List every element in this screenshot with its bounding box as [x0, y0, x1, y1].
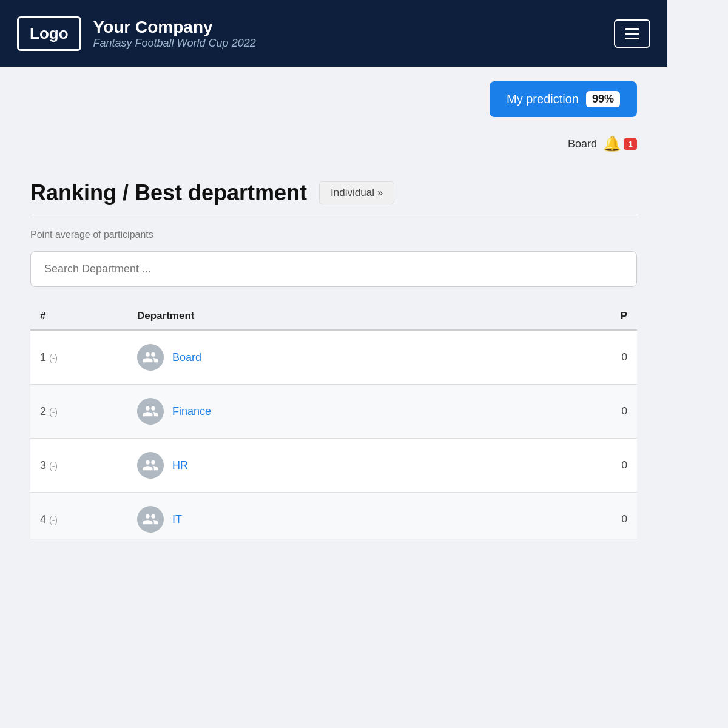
dept-name-link[interactable]: IT [172, 513, 182, 526]
dept-avatar [137, 452, 164, 479]
col-header-points: P [576, 303, 637, 330]
rank-cell: 1 (-) [30, 330, 127, 385]
dept-name-link[interactable]: Board [172, 351, 201, 364]
header-left: Logo Your Company Fantasy Football World… [17, 16, 256, 51]
hamburger-line-2 [625, 33, 639, 35]
event-name: Fantasy Football World Cup 2022 [93, 37, 256, 50]
hamburger-button[interactable] [614, 19, 650, 48]
table-row: 3 (-) HR 0 [30, 439, 637, 493]
logo: Logo [17, 16, 81, 51]
header-titles: Your Company Fantasy Football World Cup … [93, 17, 256, 50]
rank-cell: 4 (-) [30, 493, 127, 539]
table-header: # Department P [30, 303, 637, 330]
points-cell: 0 [576, 493, 637, 539]
points-cell: 0 [576, 385, 637, 439]
table-row: 1 (-) Board 0 [30, 330, 637, 385]
hamburger-line-1 [625, 28, 639, 30]
rank-change: (-) [49, 353, 58, 363]
dept-name-link[interactable]: HR [172, 459, 188, 472]
dept-avatar [137, 398, 164, 425]
notification-button[interactable]: 🔔 1 [603, 135, 637, 152]
notification-badge: 1 [624, 138, 637, 150]
ranking-section: Ranking / Best department Individual » P… [30, 158, 637, 539]
rank-change: (-) [49, 407, 58, 417]
hamburger-line-3 [625, 38, 639, 39]
ranking-title: Ranking / Best department [30, 180, 307, 206]
header: Logo Your Company Fantasy Football World… [0, 0, 667, 67]
rank-change: (-) [49, 515, 58, 525]
table-row: 2 (-) Finance 0 [30, 385, 637, 439]
individual-toggle-button[interactable]: Individual » [319, 181, 394, 204]
rank-cell: 3 (-) [30, 439, 127, 493]
points-cell: 0 [576, 330, 637, 385]
ranking-header: Ranking / Best department Individual » [30, 180, 637, 206]
prediction-label: My prediction [507, 92, 579, 106]
point-average-label: Point average of participants [30, 229, 637, 240]
board-notifications-row: Board 🔔 1 [30, 123, 637, 158]
table-row: 4 (-) IT 0 [30, 493, 637, 539]
col-header-rank: # [30, 303, 127, 330]
dept-name-link[interactable]: Finance [172, 405, 211, 418]
dept-cell: Finance [127, 385, 576, 439]
board-link[interactable]: Board [568, 138, 597, 150]
main-content: My prediction 99% Board 🔔 1 Ranking / Be… [0, 67, 667, 539]
ranking-table: # Department P 1 (-) Board 0 [30, 303, 637, 539]
table-body: 1 (-) Board 0 2 (-) [30, 330, 637, 539]
rank-change: (-) [49, 461, 58, 471]
points-cell: 0 [576, 439, 637, 493]
prediction-row: My prediction 99% [30, 67, 637, 123]
col-header-dept: Department [127, 303, 576, 330]
dept-cell: IT [127, 493, 576, 539]
search-input[interactable] [30, 251, 637, 287]
bell-icon: 🔔 [603, 135, 621, 152]
company-name: Your Company [93, 17, 256, 38]
my-prediction-button[interactable]: My prediction 99% [490, 81, 637, 117]
divider-top [30, 217, 637, 217]
dept-cell: HR [127, 439, 576, 493]
prediction-badge: 99% [586, 91, 620, 107]
dept-avatar [137, 506, 164, 533]
dept-cell: Board [127, 330, 576, 385]
rank-cell: 2 (-) [30, 385, 127, 439]
dept-avatar [137, 344, 164, 371]
